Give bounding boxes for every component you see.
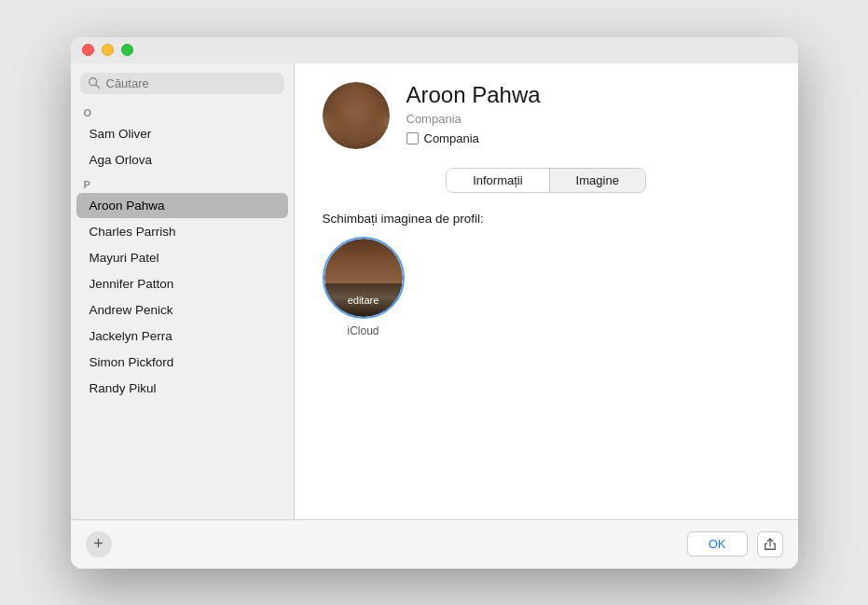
add-contact-button[interactable]: + — [86, 531, 112, 557]
list-item[interactable]: Sam Oliver — [76, 121, 288, 146]
search-input-wrap — [80, 73, 284, 94]
contact-header: Aroon Pahwa Compania Compania — [323, 82, 770, 149]
profile-image-container: editare iCloud — [323, 237, 405, 337]
profile-title: Schimbați imaginea de profil: — [323, 212, 484, 226]
company-checkbox-row: Compania — [406, 131, 770, 145]
bottom-bar: + OK — [71, 519, 798, 569]
contacts-window: O Sam Oliver Aga Orlova P Aroon Pahwa Ch… — [71, 37, 798, 569]
contact-list: O Sam Oliver Aga Orlova P Aroon Pahwa Ch… — [71, 102, 294, 519]
company-checkbox-label: Compania — [424, 131, 479, 145]
search-input[interactable] — [106, 76, 277, 90]
list-item-aroon-pahwa[interactable]: Aroon Pahwa — [76, 193, 288, 218]
ok-button[interactable]: OK — [687, 531, 748, 557]
titlebar — [71, 37, 798, 63]
profile-image-circle[interactable]: editare — [323, 237, 405, 319]
list-item-mayuri-patel[interactable]: Mayuri Patel — [76, 245, 288, 270]
svg-line-1 — [95, 85, 99, 89]
section-header-o: O — [71, 102, 294, 120]
list-item-simon-pickford[interactable]: Simon Pickford — [76, 350, 288, 375]
tab-bar: Informații Imagine — [446, 168, 646, 193]
maximize-button[interactable] — [121, 44, 133, 56]
close-button[interactable] — [82, 44, 94, 56]
avatar — [323, 82, 390, 149]
list-item-randy-pikul[interactable]: Randy Pikul — [76, 376, 288, 401]
search-bar-container — [71, 63, 294, 102]
contact-name: Aroon Pahwa — [406, 82, 770, 108]
edit-overlay-text: editare — [348, 295, 379, 306]
bottom-right-buttons: OK — [687, 531, 783, 557]
detail-panel: Aroon Pahwa Compania Compania Informații… — [295, 63, 798, 519]
contact-company-label: Compania — [406, 112, 770, 126]
avatar-image — [323, 82, 390, 149]
share-button[interactable] — [757, 531, 783, 557]
main-content: O Sam Oliver Aga Orlova P Aroon Pahwa Ch… — [71, 63, 798, 519]
share-icon — [764, 538, 777, 551]
list-item-charles-parrish[interactable]: Charles Parrish — [76, 219, 288, 244]
tab-imagine[interactable]: Imagine — [550, 169, 645, 192]
profile-section: Schimbați imaginea de profil: editare iC… — [323, 212, 770, 337]
contact-info-header: Aroon Pahwa Compania Compania — [406, 82, 770, 145]
list-item[interactable]: Aga Orlova — [76, 147, 288, 172]
minimize-button[interactable] — [102, 44, 114, 56]
list-item-andrew-penick[interactable]: Andrew Penick — [76, 297, 288, 323]
edit-overlay[interactable]: editare — [324, 283, 403, 317]
section-header-p: P — [71, 173, 294, 192]
tab-informatii[interactable]: Informații — [447, 169, 549, 192]
list-item-jennifer-patton[interactable]: Jennifer Patton — [76, 271, 288, 296]
list-item-jackelyn-perra[interactable]: Jackelyn Perra — [76, 323, 288, 349]
company-checkbox[interactable] — [406, 132, 419, 144]
search-icon — [88, 76, 101, 89]
sidebar: O Sam Oliver Aga Orlova P Aroon Pahwa Ch… — [71, 63, 295, 519]
icloud-label: iCloud — [347, 324, 379, 337]
